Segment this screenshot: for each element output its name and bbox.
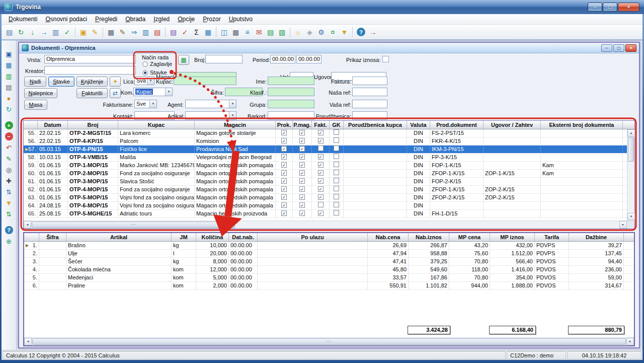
period-from-input[interactable]: 00.00.00 (270, 55, 295, 63)
column-header[interactable]: Šifra (39, 233, 66, 241)
sort-icon[interactable]: ⇅ (4, 187, 14, 197)
find-icon[interactable]: ◎ (4, 165, 14, 175)
checkbox[interactable]: ✓ (318, 138, 324, 143)
checkbox[interactable]: ✓ (281, 146, 287, 152)
find-next-icon[interactable]: ✚ (4, 176, 14, 186)
checkbox[interactable] (334, 154, 339, 159)
column-header[interactable]: Dažbine (569, 233, 624, 241)
checkbox[interactable]: ✓ (281, 154, 287, 160)
checkbox[interactable]: ✓ (318, 130, 324, 135)
scroll-right-icon[interactable] (626, 338, 634, 345)
faktura-input[interactable] (352, 77, 387, 85)
column-header[interactable]: Artikal (66, 233, 172, 241)
checkbox[interactable] (318, 146, 324, 151)
porudzbenica-input[interactable] (352, 111, 387, 120)
column-header[interactable]: Magacin (195, 121, 276, 129)
batch-copy-icon[interactable]: ▦ (178, 55, 189, 65)
checkbox[interactable]: ✓ (318, 154, 324, 160)
checkbox[interactable]: ✓ (299, 186, 305, 192)
invoice-check-icon[interactable]: ✓ (179, 26, 191, 38)
export-document-icon[interactable]: ↓ (27, 26, 38, 38)
scroll-left-icon[interactable] (24, 221, 31, 229)
child-minimize-button[interactable]: ─ (601, 44, 612, 52)
checkbox[interactable] (334, 194, 339, 199)
currency-icon[interactable]: ¤ (327, 26, 339, 38)
filter-icon[interactable]: ▼ (339, 26, 350, 38)
checkbox[interactable]: ✓ (281, 162, 287, 168)
column-header[interactable]: Tarifa (535, 233, 569, 241)
view-columns-icon[interactable]: ◫ (218, 26, 230, 38)
checkbox[interactable] (334, 186, 339, 191)
row-marker-header[interactable] (24, 121, 38, 129)
checkbox[interactable]: ✓ (318, 178, 324, 184)
vrsta-input[interactable]: Otpremnica (44, 55, 136, 63)
scrollbar-thumb[interactable] (32, 338, 626, 345)
scroll-up-icon[interactable] (627, 129, 635, 137)
checkbox[interactable]: ✓ (281, 186, 287, 192)
document-row[interactable]: 63.01.06.15OTP-5-MOP/15Vojni fond za soc… (24, 194, 627, 202)
permissions-icon[interactable]: ✦ (110, 77, 121, 87)
items-horizontal-scrollbar[interactable] (24, 337, 634, 345)
verify-document-icon[interactable]: ✓ (61, 26, 73, 38)
refresh-icon[interactable]: ↻ (4, 104, 14, 114)
item-row[interactable]: 3.Šećerkg8,00000.00.0047,41379,2570,8056… (24, 258, 634, 266)
checkbox[interactable]: ✓ (299, 210, 305, 216)
menu-item[interactable]: Osnovni podaci (41, 15, 91, 24)
document-row[interactable]: 59.01.06.15OTP-1-MOP/15Marko Janković MB… (24, 162, 627, 170)
folder-open-icon[interactable]: ▣ (77, 26, 89, 38)
document-row[interactable]: 64.24.08.15OTP-6-MOP/15Vojni fond za soc… (24, 202, 627, 210)
document-row[interactable]: 55.22.02.15OTP-2-MGST/15Lara komercMagac… (24, 129, 627, 137)
checkbox[interactable] (318, 202, 324, 207)
document-row[interactable]: 56.22.02.15OTP-4-KP/15PalcomKomision✓✓✓D… (24, 137, 627, 146)
view-grid-icon[interactable]: ▦ (230, 26, 242, 38)
checkbox[interactable]: ✓ (318, 186, 324, 192)
add-record-icon[interactable]: + (5, 121, 13, 129)
checkbox[interactable] (334, 210, 339, 215)
undo-icon[interactable]: ↶ (4, 142, 14, 153)
checkbox[interactable]: ✓ (281, 170, 287, 176)
artikal-select[interactable] (185, 111, 236, 120)
table-icon[interactable]: ▦ (202, 26, 214, 38)
column-header[interactable]: Broj (68, 121, 118, 129)
nalepnice-button[interactable]: Nalepnice (24, 88, 57, 98)
checkbox[interactable]: ✓ (281, 210, 287, 216)
checkbox[interactable] (334, 129, 339, 135)
column-header[interactable]: MP cena (449, 233, 490, 241)
column-header[interactable]: Valuta (407, 121, 430, 129)
kupac-input[interactable] (174, 77, 236, 85)
nadji-button[interactable]: Nađi (24, 77, 46, 87)
menu-item[interactable]: Prozor (199, 15, 224, 24)
checkbox[interactable]: ✓ (299, 138, 305, 143)
document-row[interactable]: 62.01.06.15OTP-4-MOP/15Fond za socijalno… (24, 186, 627, 194)
column-header[interactable]: Eksterni broj dokumenta (541, 121, 623, 129)
document-row[interactable]: 61.01.06.15OTP-3-MOP/15Slavica StošićMag… (24, 178, 627, 186)
scroll-left-icon[interactable] (24, 338, 32, 345)
scrollbar-thumb[interactable] (628, 137, 634, 162)
checkbox[interactable]: ✓ (299, 154, 305, 160)
column-header[interactable]: Nab.iznos (409, 233, 449, 241)
checkbox[interactable]: ✓ (299, 178, 305, 184)
tag-icon[interactable]: ◈ (304, 26, 315, 38)
document-row[interactable]: 65.25.08.15OTP-5-MGHE/15Adriatic toursMa… (24, 210, 627, 218)
edit-record-icon[interactable]: ✎ (4, 154, 14, 164)
menu-item[interactable]: Izgled (149, 15, 174, 24)
nasa-ref-input[interactable] (352, 88, 387, 96)
checkbox[interactable] (334, 178, 339, 183)
column-header[interactable]: Dat.nab. (229, 233, 258, 241)
radio-zaglavlje[interactable]: Zaglavlje (142, 61, 172, 67)
document-details-icon[interactable]: ▥ (140, 26, 151, 38)
column-header[interactable]: Datum (38, 121, 68, 129)
column-header[interactable]: Fakt. (312, 121, 330, 129)
column-header[interactable]: Prok. (276, 121, 293, 129)
checkbox[interactable]: ✓ (318, 170, 324, 176)
minimize-button[interactable]: ─ (588, 3, 602, 12)
checkbox[interactable]: ✓ (318, 194, 324, 200)
checkbox[interactable]: ✓ (299, 146, 305, 152)
document-remove-icon[interactable]: ▤ (151, 26, 163, 38)
post-document-icon[interactable]: ⇒ (128, 26, 140, 38)
sync-icon[interactable]: ⊕ (4, 236, 14, 246)
user-icon[interactable]: ● (4, 93, 14, 103)
checkbox[interactable] (334, 202, 339, 207)
sum-icon[interactable]: Σ (191, 26, 202, 38)
documents-horizontal-scrollbar[interactable] (24, 221, 627, 229)
